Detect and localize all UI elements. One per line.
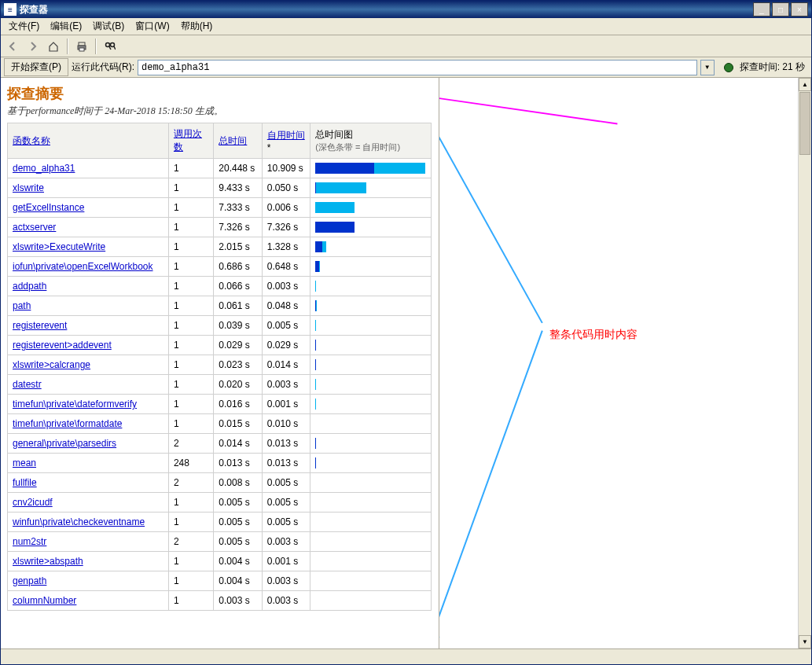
forward-button[interactable] (24, 38, 42, 55)
function-link[interactable]: xlswrite>ExecuteWrite (13, 241, 105, 252)
function-link[interactable]: fullfile (13, 477, 37, 488)
col-calls[interactable]: 调用次数 (168, 123, 213, 159)
print-button[interactable] (73, 38, 90, 55)
col-time-plot: 总时间图(深色条带 = 自用时间) (310, 123, 432, 159)
cell-self: 0.003 s (262, 277, 310, 296)
function-link[interactable]: xlswrite (13, 182, 44, 193)
menu-window[interactable]: 窗口(W) (130, 18, 174, 35)
cell-total: 0.005 s (214, 493, 262, 513)
start-profiling-button[interactable]: 开始探查(P) (4, 58, 68, 76)
cell-plot (310, 355, 432, 375)
find-button[interactable] (101, 38, 119, 55)
function-link[interactable]: demo_alpha31 (13, 163, 75, 174)
cell-plot (310, 414, 432, 434)
function-link[interactable]: genpath (13, 575, 46, 586)
function-link[interactable]: mean (13, 457, 36, 468)
cell-total: 0.016 s (214, 395, 262, 414)
table-row: datestr10.020 s0.003 s (8, 375, 432, 395)
cell-total: 0.015 s (214, 414, 262, 434)
run-code-input[interactable] (138, 60, 697, 75)
function-link[interactable]: actxserver (13, 222, 56, 233)
vertical-scrollbar[interactable]: ▲ ▼ (798, 78, 811, 648)
function-link[interactable]: xlswrite>abspath (13, 556, 83, 567)
col-self-time[interactable]: 自用时间* (262, 123, 310, 159)
menubar: 文件(F) 编辑(E) 调试(B) 窗口(W) 帮助(H) (1, 18, 811, 35)
cell-total: 0.008 s (214, 473, 262, 493)
summary-title: 探查摘要 (1, 78, 439, 105)
cell-plot (310, 532, 432, 552)
table-row: demo_alpha31120.448 s10.909 s (8, 159, 432, 178)
function-link[interactable]: registerevent>addevent (13, 340, 112, 351)
menu-debug[interactable]: 调试(B) (88, 18, 129, 35)
cell-calls: 1 (168, 336, 213, 355)
window-controls: _ □ × (753, 2, 808, 17)
cell-calls: 1 (168, 198, 213, 218)
scroll-thumb[interactable] (799, 92, 810, 155)
close-button[interactable]: × (791, 2, 808, 17)
profile-summary-pane: 探查摘要 基于performance时间于 24-Mar-2018 15:18:… (1, 78, 439, 648)
profile-time-status: 探查时间: 21 秒 (740, 61, 808, 74)
function-link[interactable]: columnNumber (13, 595, 76, 606)
function-link[interactable]: addpath (13, 281, 46, 292)
cell-total: 0.013 s (214, 454, 262, 473)
cell-calls: 1 (168, 277, 213, 296)
svg-rect-0 (79, 42, 85, 46)
back-button[interactable] (4, 38, 21, 55)
cell-calls: 1 (168, 178, 213, 198)
function-link[interactable]: xlswrite>calcrange (13, 359, 90, 370)
menu-file[interactable]: 文件(F) (4, 18, 44, 35)
scroll-down-button[interactable]: ▼ (799, 635, 811, 648)
cell-self: 0.648 s (262, 257, 310, 277)
cell-self: 0.001 s (262, 395, 310, 414)
cell-total: 0.005 s (214, 532, 262, 552)
home-button[interactable] (45, 38, 62, 55)
toolbar (1, 35, 811, 57)
profiler-window: ≡ 探查器 _ □ × 文件(F) 编辑(E) 调试(B) 窗口(W) 帮助(H… (0, 0, 812, 665)
scroll-up-button[interactable]: ▲ (799, 78, 811, 91)
cell-plot (310, 571, 432, 591)
cell-plot (310, 473, 432, 493)
function-link[interactable]: general\private\parsedirs (13, 438, 116, 449)
function-link[interactable]: datestr (13, 379, 42, 390)
menu-edit[interactable]: 编辑(E) (46, 18, 86, 35)
maximize-button[interactable]: □ (772, 2, 789, 17)
status-indicator-icon (724, 63, 733, 72)
cell-self: 0.050 s (262, 178, 310, 198)
cell-total: 0.004 s (214, 571, 262, 591)
table-row: general\private\parsedirs20.014 s0.013 s (8, 434, 432, 454)
function-link[interactable]: num2str (13, 536, 46, 547)
col-total-time[interactable]: 总时间 (214, 123, 262, 159)
menu-help[interactable]: 帮助(H) (176, 18, 218, 35)
function-link[interactable]: timefun\private\dateformverify (13, 399, 137, 410)
function-link[interactable]: getExcelInstance (13, 202, 84, 213)
function-link[interactable]: registerevent (13, 320, 67, 331)
cell-plot (310, 198, 432, 218)
table-row: xlswrite>ExecuteWrite12.015 s1.328 s (8, 237, 432, 257)
table-row: xlswrite19.433 s0.050 s (8, 178, 432, 198)
titlebar: ≡ 探查器 _ □ × (1, 1, 811, 18)
col-function-name[interactable]: 函数名称 (8, 123, 169, 159)
minimize-button[interactable]: _ (753, 2, 770, 17)
cell-plot (310, 434, 432, 454)
function-link[interactable]: winfun\private\checkeventname (13, 516, 145, 527)
run-code-dropdown[interactable]: ▼ (700, 60, 715, 75)
function-link[interactable]: path (13, 300, 31, 311)
cell-calls: 248 (168, 454, 213, 473)
function-link[interactable]: iofun\private\openExcelWorkbook (13, 261, 153, 272)
function-link[interactable]: cnv2icudf (13, 497, 53, 508)
cell-plot (310, 218, 432, 237)
svg-point-4 (111, 42, 115, 46)
cell-self: 0.013 s (262, 434, 310, 454)
cell-plot (310, 552, 432, 571)
function-link[interactable]: timefun\private\formatdate (13, 418, 122, 429)
table-row: winfun\private\checkeventname10.005 s0.0… (8, 513, 432, 532)
cell-calls: 2 (168, 532, 213, 552)
table-row: path10.061 s0.048 s (8, 296, 432, 316)
cell-total: 7.326 s (214, 218, 262, 237)
table-row: actxserver17.326 s7.326 s (8, 218, 432, 237)
cell-total: 0.066 s (214, 277, 262, 296)
app-icon: ≡ (4, 3, 17, 16)
table-row: iofun\private\openExcelWorkbook10.686 s0… (8, 257, 432, 277)
svg-line-9 (439, 331, 542, 637)
table-row: cnv2icudf10.005 s0.005 s (8, 493, 432, 513)
